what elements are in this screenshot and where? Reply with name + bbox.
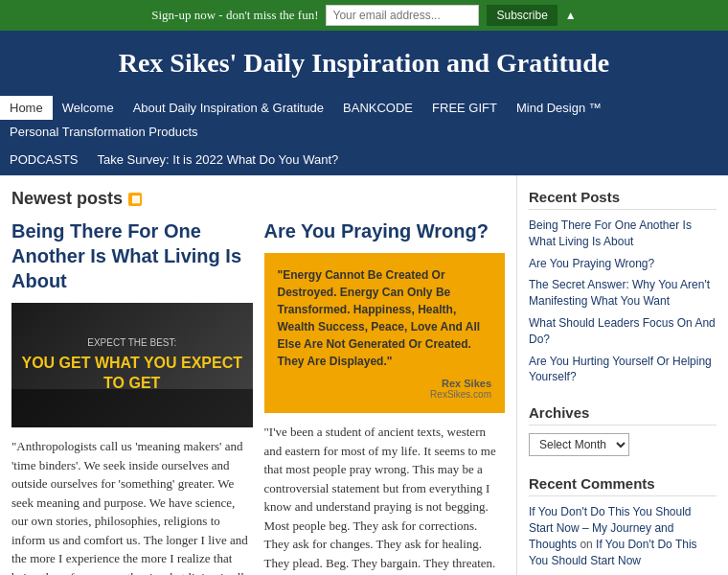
recent-posts-header: Recent Posts	[529, 189, 717, 210]
post-card-1: Being There For One Another Is What Livi…	[11, 218, 253, 575]
recent-post-item: The Secret Answer: Why You Aren't Manife…	[529, 277, 717, 310]
post2-quote-author: Rex Sikes	[278, 378, 492, 389]
nav-home[interactable]: Home	[0, 96, 53, 120]
archives-select-wrapper: Select Month	[529, 433, 717, 456]
post1-title: Being There For One Another Is What Livi…	[11, 218, 253, 293]
primary-nav: Home Welcome About Daily Inspiration & G…	[0, 96, 728, 148]
recent-post-item: Are You Hurting Yourself Or Helping Your…	[529, 354, 717, 386]
post2-quote: "Energy Cannot Be Created Or Destroyed. …	[278, 266, 492, 370]
subscribe-button[interactable]: Subscribe	[487, 5, 557, 26]
post-card-2: Are You Praying Wrong? "Energy Cannot Be…	[264, 218, 506, 575]
secondary-nav: PODCASTS Take Survey: It is 2022 What Do…	[0, 148, 728, 175]
recent-comments-header: Recent Comments	[529, 475, 717, 496]
post2-image: "Energy Cannot Be Created Or Destroyed. …	[264, 253, 506, 413]
recent-post-link-1[interactable]: Being There For One Another Is What Livi…	[529, 218, 692, 248]
newest-posts-header: Newest posts ▩	[11, 189, 505, 209]
recent-post-item: Being There For One Another Is What Livi…	[529, 218, 717, 250]
email-input[interactable]	[326, 5, 479, 26]
recent-post-link-2[interactable]: Are You Praying Wrong?	[529, 257, 654, 270]
post2-para: "I've been a student of ancient texts, w…	[264, 423, 506, 575]
post1-img-top: Expect The Best:	[87, 337, 176, 348]
content-area: Newest posts ▩ Being There For One Anoth…	[0, 175, 517, 575]
post2-text: "I've been a student of ancient texts, w…	[264, 423, 506, 575]
nav-mind-design[interactable]: Mind Design ™	[507, 96, 611, 120]
newest-posts-label: Newest posts	[11, 189, 123, 209]
post2-title-link[interactable]: Are You Praying Wrong?	[264, 220, 489, 242]
triangle-icon: ▲	[565, 9, 577, 23]
post1-img-main: YOU GET WHAT YOU EXPECT TO GET	[11, 354, 253, 394]
recent-post-item: Are You Praying Wrong?	[529, 256, 717, 272]
recent-post-link-3[interactable]: The Secret Answer: Why You Aren't Manife…	[529, 278, 710, 308]
signup-text: Sign-up now - don't miss the fun!	[151, 8, 318, 23]
nav-about[interactable]: About Daily Inspiration & Gratitude	[124, 96, 333, 120]
archives-header: Archives	[529, 404, 717, 426]
site-header: Rex Sikes' Daily Inspiration and Gratitu…	[0, 31, 728, 96]
post1-title-link[interactable]: Being There For One Another Is What Livi…	[11, 220, 241, 291]
nav-podcasts[interactable]: PODCASTS	[0, 150, 88, 170]
nav-bankcode[interactable]: BANKCODE	[333, 96, 422, 120]
sidebar: Recent Posts Being There For One Another…	[517, 175, 728, 575]
sidebar-recent-comments: Recent Comments If You Don't Do This You…	[529, 475, 717, 575]
post2-title: Are You Praying Wrong?	[264, 218, 506, 243]
post1-text: "Anthropologists call us 'meaning makers…	[11, 437, 253, 575]
comment-on-1: on	[580, 538, 596, 551]
rss-icon[interactable]: ▩	[128, 193, 142, 206]
site-title: Rex Sikes' Daily Inspiration and Gratitu…	[10, 48, 718, 79]
comments-list: If You Don't Do This You Should Start No…	[529, 504, 717, 575]
nav-welcome[interactable]: Welcome	[53, 96, 124, 120]
post1-image: Expect The Best: YOU GET WHAT YOU EXPECT…	[11, 303, 253, 427]
recent-posts-list: Being There For One Another Is What Livi…	[529, 218, 717, 385]
nav-survey[interactable]: Take Survey: It is 2022 What Do You Want…	[88, 150, 349, 170]
recent-post-link-5[interactable]: Are You Hurting Yourself Or Helping Your…	[529, 355, 712, 384]
posts-grid: Being There For One Another Is What Livi…	[11, 218, 505, 575]
post2-quote-site: RexSikes.com	[278, 389, 492, 400]
archives-dropdown[interactable]: Select Month	[529, 433, 629, 456]
nav-free-gift[interactable]: FREE GIFT	[422, 96, 507, 120]
nav-personal-transformation[interactable]: Personal Transformation Products	[0, 120, 208, 144]
sidebar-archives: Archives Select Month	[529, 404, 717, 456]
top-bar: Sign-up now - don't miss the fun! Subscr…	[0, 0, 728, 31]
recent-post-link-4[interactable]: What Should Leaders Focus On And Do?	[529, 316, 716, 346]
main-container: Newest posts ▩ Being There For One Anoth…	[0, 175, 728, 575]
sidebar-recent-posts: Recent Posts Being There For One Another…	[529, 189, 717, 385]
comment-item: If You Don't Do This You Should Start No…	[529, 504, 717, 568]
post1-para1: "Anthropologists call us 'meaning makers…	[11, 437, 253, 575]
recent-post-item: What Should Leaders Focus On And Do?	[529, 315, 717, 348]
